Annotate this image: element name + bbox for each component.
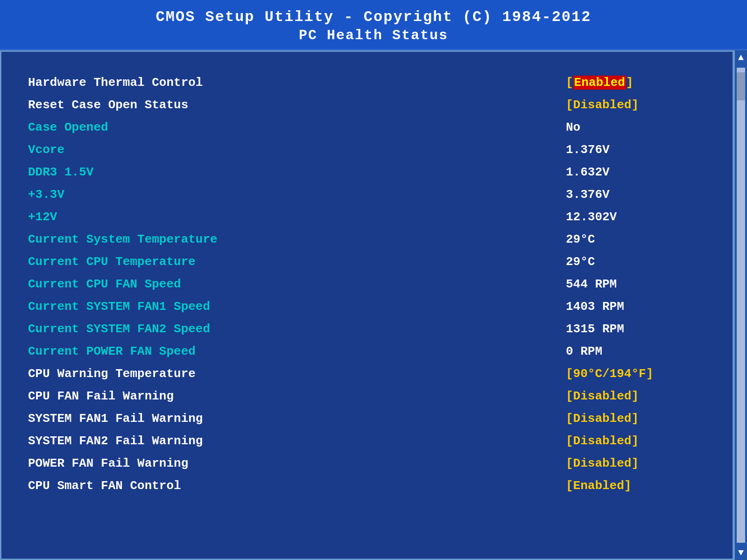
header: CMOS Setup Utility - Copyright (C) 1984-… [0,0,747,50]
scroll-track[interactable] [737,68,745,543]
table-row[interactable]: SYSTEM FAN2 Fail Warning[Disabled] [28,432,706,450]
row-label-13: CPU Warning Temperature [28,367,196,381]
row-value-3: 1.376V [566,143,706,157]
table-row[interactable]: CPU Warning Temperature[90°C/194°F] [28,365,706,383]
row-value-6: 12.302V [566,210,706,224]
row-label-1: Reset Case Open Status [28,98,188,112]
table-row: Current POWER FAN Speed0 RPM [28,343,706,360]
row-label-17: POWER FAN Fail Warning [28,456,188,470]
row-value-10: 1403 RPM [566,300,706,314]
row-value-15[interactable]: [Disabled] [566,412,706,426]
row-label-3: Vcore [28,143,64,157]
row-value-8: 29°C [566,255,706,269]
table-row[interactable]: Hardware Thermal Control[Enabled] [28,74,706,91]
row-value-16[interactable]: [Disabled] [566,434,706,448]
row-label-8: Current CPU Temperature [28,255,196,269]
table-row: DDR3 1.5V1.632V [28,163,706,181]
row-label-12: Current POWER FAN Speed [28,344,196,358]
row-value-11: 1315 RPM [566,322,706,336]
table-row[interactable]: SYSTEM FAN1 Fail Warning[Disabled] [28,410,706,427]
row-value-1[interactable]: [Disabled] [566,98,706,112]
scroll-thumb [737,72,745,100]
row-label-7: Current System Temperature [28,232,218,246]
scroll-up-arrow[interactable]: ▲ [738,52,744,63]
content-area: Hardware Thermal Control[Enabled]Reset C… [0,50,734,560]
row-label-15: SYSTEM FAN1 Fail Warning [28,412,203,426]
row-value-17[interactable]: [Disabled] [566,456,706,470]
row-label-4: DDR3 1.5V [28,165,93,179]
row-value-7: 29°C [566,232,706,246]
table-row: Case OpenedNo [28,119,706,136]
row-value-18[interactable]: [Enabled] [566,479,706,493]
row-value-2: No [566,120,706,134]
row-label-0: Hardware Thermal Control [28,76,203,90]
row-value-0[interactable]: [Enabled] [566,76,706,90]
bios-screen: CMOS Setup Utility - Copyright (C) 1984-… [0,0,747,560]
scroll-down-arrow[interactable]: ▼ [738,547,744,558]
row-label-2: Case Opened [28,120,108,134]
row-value-12: 0 RPM [566,344,706,358]
table-row[interactable]: CPU FAN Fail Warning[Disabled] [28,387,706,405]
table-row: Current CPU FAN Speed544 RPM [28,275,706,293]
table-row: Vcore1.376V [28,141,706,159]
rows-container: Hardware Thermal Control[Enabled]Reset C… [28,64,706,509]
table-row: Current SYSTEM FAN1 Speed1403 RPM [28,298,706,315]
row-label-6: +12V [28,210,57,224]
row-value-14[interactable]: [Disabled] [566,389,706,403]
row-label-18: CPU Smart FAN Control [28,479,181,493]
row-value-9: 544 RPM [566,277,706,291]
row-label-16: SYSTEM FAN2 Fail Warning [28,434,203,448]
table-row[interactable]: Reset Case Open Status[Disabled] [28,96,706,114]
row-label-5: +3.3V [28,188,64,202]
header-title: CMOS Setup Utility - Copyright (C) 1984-… [0,8,747,26]
row-value-5: 3.376V [566,188,706,202]
table-row: Current SYSTEM FAN2 Speed1315 RPM [28,320,706,338]
row-value-4: 1.632V [566,165,706,179]
table-row: Current CPU Temperature29°C [28,253,706,271]
table-row[interactable]: CPU Smart FAN Control[Enabled] [28,477,706,495]
table-row: +12V12.302V [28,208,706,226]
row-label-10: Current SYSTEM FAN1 Speed [28,300,210,314]
table-row: Current System Temperature29°C [28,231,706,248]
header-subtitle: PC Health Status [0,28,747,43]
row-label-9: Current CPU FAN Speed [28,277,181,291]
table-row: +3.3V3.376V [28,186,706,203]
row-label-14: CPU FAN Fail Warning [28,389,174,403]
row-label-11: Current SYSTEM FAN2 Speed [28,322,210,336]
row-value-13[interactable]: [90°C/194°F] [566,367,706,381]
main-area: Hardware Thermal Control[Enabled]Reset C… [0,50,747,560]
table-row[interactable]: POWER FAN Fail Warning[Disabled] [28,455,706,472]
scrollbar[interactable]: ▲ ▼ [734,50,747,560]
